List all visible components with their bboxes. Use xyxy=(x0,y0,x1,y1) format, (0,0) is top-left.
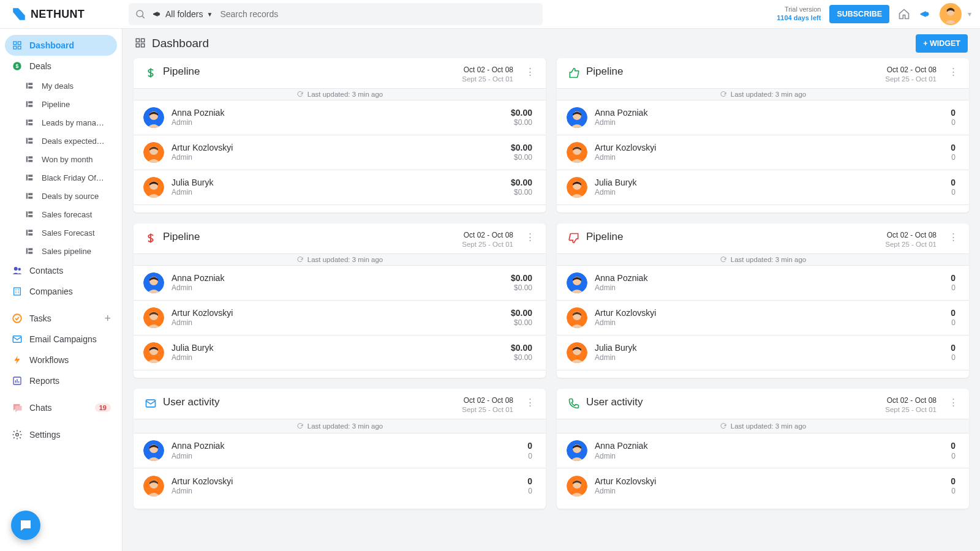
sidebar-item-won[interactable]: Won by month xyxy=(5,150,117,168)
view-icon xyxy=(23,192,36,200)
table-row[interactable]: Anna PozniakAdmin00 xyxy=(557,100,969,135)
kebab-menu-icon[interactable]: ⋮ xyxy=(946,396,960,408)
svg-rect-35 xyxy=(28,230,32,232)
row-subvalue: 0 xyxy=(527,487,532,497)
svg-rect-59 xyxy=(141,43,145,47)
svg-rect-4 xyxy=(13,42,17,45)
svg-rect-24 xyxy=(28,160,32,162)
search-input[interactable] xyxy=(219,9,537,20)
table-row[interactable]: Julia BurykAdmin00 xyxy=(557,335,969,370)
row-value: 0 xyxy=(527,476,532,487)
row-subvalue: 0 xyxy=(951,318,956,328)
person-role: Admin xyxy=(595,188,943,198)
announce-icon[interactable] xyxy=(919,8,931,20)
view-icon xyxy=(23,228,36,237)
avatar xyxy=(567,307,587,328)
refresh-icon xyxy=(720,256,727,263)
sidebar-item-dashboard[interactable]: Dashboard xyxy=(5,35,117,56)
widget-date-range: Oct 02 - Oct 08Sept 25 - Oct 01 xyxy=(885,66,937,83)
sidebar-item-label: Sales pipeline xyxy=(42,247,91,256)
table-row[interactable]: Anna PozniakAdmin00 xyxy=(557,266,969,301)
table-row[interactable]: Anna PozniakAdmin00 xyxy=(557,433,969,468)
table-row[interactable]: Artur KozlovskyiAdmin00 xyxy=(557,135,969,170)
avatar xyxy=(143,272,164,293)
search-icon xyxy=(135,9,146,20)
row-value: $0.00 xyxy=(511,307,532,318)
sidebar-item-companies[interactable]: Companies xyxy=(5,281,117,302)
table-row[interactable]: Anna PozniakAdmin$0.00$0.00 xyxy=(134,100,546,135)
table-row[interactable]: Anna PozniakAdmin$0.00$0.00 xyxy=(134,266,546,301)
sidebar-item-campaigns[interactable]: Email Campaigns xyxy=(5,329,117,350)
table-row[interactable]: Anna PozniakAdmin00 xyxy=(134,433,546,468)
widget-rows: Anna PozniakAdmin00Artur KozlovskyiAdmin… xyxy=(134,433,546,503)
table-row[interactable]: Julia BurykAdmin$0.00$0.00 xyxy=(134,170,546,205)
sidebar-item-leads[interactable]: Leads by mana… xyxy=(5,113,117,132)
table-row[interactable]: Julia BurykAdmin00 xyxy=(557,170,969,205)
kebab-menu-icon[interactable]: ⋮ xyxy=(946,66,960,77)
kebab-menu-icon[interactable]: ⋮ xyxy=(946,231,960,242)
table-row[interactable]: Artur KozlovskyiAdmin00 xyxy=(557,468,969,503)
sidebar-item-reports[interactable]: Reports xyxy=(5,370,117,391)
sidebar-item-label: Deals expected… xyxy=(42,137,105,146)
sidebar-item-label: Leads by mana… xyxy=(42,118,104,127)
row-subvalue: 0 xyxy=(951,487,956,497)
table-row[interactable]: Karyna ManchenkoAdmin$0.00$0.00 xyxy=(134,370,546,378)
kebab-menu-icon[interactable]: ⋮ xyxy=(523,231,537,242)
sidebar-item-blackfriday[interactable]: Black Friday Of… xyxy=(5,168,117,187)
widget-card: PipelineOct 02 - Oct 08Sept 25 - Oct 01⋮… xyxy=(134,223,546,378)
person-role: Admin xyxy=(172,452,520,462)
sidebar-item-dealsbysource[interactable]: Deals by source xyxy=(5,187,117,205)
kebab-menu-icon[interactable]: ⋮ xyxy=(523,396,537,408)
row-subvalue: $0.00 xyxy=(511,318,532,328)
sidebar-item-tasks[interactable]: Tasks+ xyxy=(5,308,117,329)
svg-rect-57 xyxy=(141,39,145,42)
user-avatar[interactable] xyxy=(940,3,962,25)
table-row[interactable]: Artur KozlovskyiAdmin$0.00$0.00 xyxy=(134,135,546,170)
bolt-icon xyxy=(11,355,23,365)
dashboard-icon xyxy=(135,37,146,50)
table-row[interactable]: Karyna ManchenkoAdmin00 xyxy=(557,370,969,378)
view-icon xyxy=(23,100,36,108)
table-row[interactable]: Julia BurykAdmin$0.00$0.00 xyxy=(134,335,546,370)
table-row[interactable]: Karyna ManchenkoAdmin$0.00$0.00 xyxy=(134,205,546,212)
sidebar-item-settings[interactable]: Settings xyxy=(5,424,117,445)
widget-title: Pipeline xyxy=(163,231,456,243)
refresh-icon xyxy=(720,422,727,430)
home-icon[interactable] xyxy=(898,8,910,20)
user-menu-caret[interactable]: ▾ xyxy=(968,10,971,18)
sidebar-item-chats[interactable]: Chats19 xyxy=(5,397,117,418)
sidebar-item-workflows[interactable]: Workflows xyxy=(5,350,117,370)
brand-logo[interactable]: NETHUNT xyxy=(0,6,123,22)
sidebar-item-deals-exp[interactable]: Deals expected… xyxy=(5,132,117,150)
folder-selector[interactable]: All folders ▼ xyxy=(152,9,213,19)
sidebar-item-my-deals[interactable]: My deals xyxy=(5,77,117,95)
view-icon xyxy=(23,247,36,255)
sidebar-item-salesforecast1[interactable]: Sales forecast xyxy=(5,205,117,223)
table-row[interactable]: Karyna ManchenkoAdmin00 xyxy=(557,205,969,212)
sidebar-item-label: Deals xyxy=(29,61,51,71)
sidebar-item-contacts[interactable]: Contacts xyxy=(5,260,117,281)
row-value: $0.00 xyxy=(511,342,532,353)
chat-icon xyxy=(11,402,23,413)
table-row[interactable]: Artur KozlovskyiAdmin$0.00$0.00 xyxy=(134,301,546,335)
sidebar-item-pipeline[interactable]: Pipeline xyxy=(5,95,117,113)
plus-icon[interactable]: + xyxy=(104,313,111,324)
kebab-menu-icon[interactable]: ⋮ xyxy=(523,66,537,77)
intercom-chat-button[interactable] xyxy=(11,511,40,540)
person-role: Admin xyxy=(595,283,943,293)
person-role: Admin xyxy=(595,118,943,128)
avatar xyxy=(567,440,587,461)
table-row[interactable]: Artur KozlovskyiAdmin00 xyxy=(557,301,969,335)
person-name: Anna Pozniak xyxy=(595,440,943,451)
sidebar-item-deals[interactable]: $Deals xyxy=(5,56,117,77)
svg-rect-30 xyxy=(28,197,32,199)
search-bar[interactable]: All folders ▼ xyxy=(129,3,543,25)
table-row[interactable]: Artur KozlovskyiAdmin00 xyxy=(134,468,546,503)
svg-rect-31 xyxy=(26,211,28,217)
sidebar-item-salesforecast2[interactable]: Sales Forecast xyxy=(5,223,117,242)
sidebar-item-label: Sales Forecast xyxy=(42,228,95,238)
widget-rows: Anna PozniakAdmin00Artur KozlovskyiAdmin… xyxy=(557,433,969,503)
subscribe-button[interactable]: SUBSCRIBE xyxy=(829,5,889,23)
sidebar-item-salespipeline[interactable]: Sales pipeline xyxy=(5,242,117,260)
add-widget-button[interactable]: + WIDGET xyxy=(916,34,968,53)
